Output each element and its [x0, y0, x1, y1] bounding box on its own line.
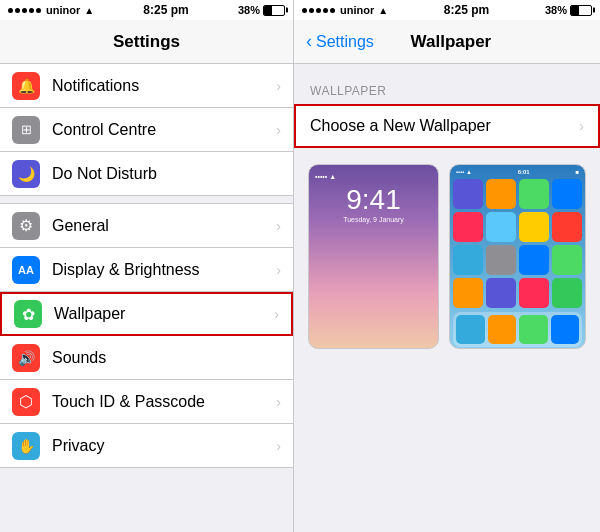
home-battery: ■ — [575, 169, 579, 175]
dnd-icon: 🌙 — [12, 160, 40, 188]
back-button[interactable]: ‹ Settings — [306, 31, 374, 52]
sidebar-item-sounds[interactable]: 🔊 Sounds — [0, 336, 293, 380]
choose-wallpaper-label: Choose a New Wallpaper — [310, 117, 579, 135]
right-content: WALLPAPER Choose a New Wallpaper › •••••… — [294, 64, 600, 532]
general-icon: ⚙ — [12, 212, 40, 240]
signal-dot-2 — [15, 8, 20, 13]
app-icon-13 — [453, 278, 483, 308]
app-icon-15 — [519, 278, 549, 308]
control-centre-icon: ⊞ — [12, 116, 40, 144]
app-icon-12 — [552, 245, 582, 275]
app-icon-7 — [519, 212, 549, 242]
privacy-icon: ✋ — [12, 432, 40, 460]
app-icon-9 — [453, 245, 483, 275]
left-battery-pct: 38% — [238, 4, 260, 16]
back-chevron-icon: ‹ — [306, 31, 312, 52]
app-icon-14 — [486, 278, 516, 308]
r-signal-dot-1 — [302, 8, 307, 13]
right-battery-pct: 38% — [545, 4, 567, 16]
sidebar-item-general[interactable]: ⚙ General › — [0, 204, 293, 248]
app-icon-6 — [486, 212, 516, 242]
app-icon-2 — [486, 179, 516, 209]
right-title: Wallpaper — [374, 32, 528, 52]
lock-date: Tuesday, 9 January — [343, 216, 404, 223]
right-panel: uninor ▲ 8:25 pm 38% ‹ Settings Wallpape… — [294, 0, 600, 532]
settings-list: 🔔 Notifications › ⊞ Control Centre › 🌙 D… — [0, 64, 293, 532]
signal-dot-4 — [29, 8, 34, 13]
app-icon-10 — [486, 245, 516, 275]
privacy-chevron: › — [276, 438, 281, 454]
choose-wallpaper-row[interactable]: Choose a New Wallpaper › — [294, 104, 600, 148]
home-signal: •••• ▲ — [456, 169, 472, 175]
general-chevron: › — [276, 218, 281, 234]
wallpaper-chevron: › — [274, 306, 279, 322]
notifications-label: Notifications — [52, 77, 276, 95]
left-panel: uninor ▲ 8:25 pm 38% Settings 🔔 Notifica… — [0, 0, 294, 532]
touchid-label: Touch ID & Passcode — [52, 393, 276, 411]
r-signal-dot-5 — [330, 8, 335, 13]
right-battery-fill — [571, 6, 579, 15]
right-battery-area: 38% — [545, 4, 592, 16]
notifications-chevron: › — [276, 78, 281, 94]
display-label: Display & Brightness — [52, 261, 276, 279]
control-centre-label: Control Centre — [52, 121, 276, 139]
right-status-bar: uninor ▲ 8:25 pm 38% — [294, 0, 600, 20]
sidebar-item-dnd[interactable]: 🌙 Do Not Disturb — [0, 152, 293, 196]
signal-dot-3 — [22, 8, 27, 13]
wallpaper-icon: ✿ — [14, 300, 42, 328]
sidebar-item-control-centre[interactable]: ⊞ Control Centre › — [0, 108, 293, 152]
lock-signal: ••••• ▲ — [315, 173, 336, 180]
app-grid — [453, 179, 582, 308]
wallpaper-previews: ••••• ▲ 9:41 Tuesday, 9 January •••• ▲ 6… — [294, 148, 600, 365]
sidebar-item-privacy[interactable]: ✋ Privacy › — [0, 424, 293, 468]
sidebar-item-display[interactable]: AA Display & Brightness › — [0, 248, 293, 292]
home-screen-preview[interactable]: •••• ▲ 6:01 ■ — [449, 164, 586, 349]
signal-area: uninor ▲ — [8, 4, 94, 16]
lock-status-bar: ••••• ▲ — [309, 173, 438, 180]
app-icon-8 — [552, 212, 582, 242]
right-time: 8:25 pm — [444, 3, 489, 17]
choose-wallpaper-chevron: › — [579, 118, 584, 134]
wallpaper-label: Wallpaper — [54, 305, 274, 323]
left-battery-area: 38% — [238, 4, 285, 16]
notifications-icon: 🔔 — [12, 72, 40, 100]
r-signal-dot-4 — [323, 8, 328, 13]
lock-time: 9:41 — [346, 186, 401, 214]
left-battery-icon — [263, 5, 285, 16]
display-chevron: › — [276, 262, 281, 278]
control-centre-chevron: › — [276, 122, 281, 138]
left-carrier: uninor — [46, 4, 80, 16]
sidebar-item-wallpaper[interactable]: ✿ Wallpaper › — [0, 292, 293, 336]
section-divider-1 — [0, 196, 293, 204]
left-title-text: Settings — [113, 32, 180, 52]
back-label: Settings — [316, 33, 374, 51]
r-signal-dot-2 — [309, 8, 314, 13]
dock-icon-4 — [551, 315, 580, 344]
app-icon-5 — [453, 212, 483, 242]
dock-icon-3 — [519, 315, 548, 344]
right-signal-area: uninor ▲ — [302, 4, 388, 16]
app-icon-1 — [453, 179, 483, 209]
display-icon: AA — [12, 256, 40, 284]
touchid-chevron: › — [276, 394, 281, 410]
lock-screen-preview[interactable]: ••••• ▲ 9:41 Tuesday, 9 January — [308, 164, 439, 349]
left-status-bar: uninor ▲ 8:25 pm 38% — [0, 0, 293, 20]
right-battery-icon — [570, 5, 592, 16]
left-nav-title: Settings — [0, 20, 293, 64]
dock-icon-2 — [488, 315, 517, 344]
app-icon-11 — [519, 245, 549, 275]
sidebar-item-touchid[interactable]: ⬡ Touch ID & Passcode › — [0, 380, 293, 424]
app-icon-3 — [519, 179, 549, 209]
sidebar-item-notifications[interactable]: 🔔 Notifications › — [0, 64, 293, 108]
wallpaper-section-header: WALLPAPER — [294, 84, 600, 104]
signal-dot-1 — [8, 8, 13, 13]
signal-dot-5 — [36, 8, 41, 13]
left-time: 8:25 pm — [143, 3, 188, 17]
left-battery-fill — [264, 6, 272, 15]
right-nav-bar: ‹ Settings Wallpaper — [294, 20, 600, 64]
right-wifi-icon: ▲ — [378, 5, 388, 16]
sounds-label: Sounds — [52, 349, 281, 367]
right-carrier: uninor — [340, 4, 374, 16]
general-label: General — [52, 217, 276, 235]
left-wifi-icon: ▲ — [84, 5, 94, 16]
